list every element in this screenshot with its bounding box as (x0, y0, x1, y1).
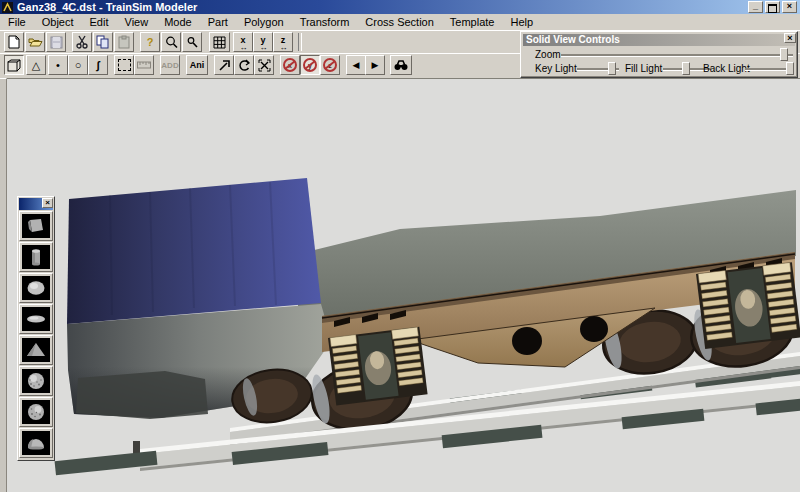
new-button[interactable] (4, 32, 24, 52)
title-bar: Ganz38_4C.dst - TrainSim Modeler _ × (0, 0, 800, 14)
spring-assembly-front-left (328, 327, 428, 406)
app-icon (2, 2, 13, 13)
curve-tool-button[interactable]: ∫ (88, 55, 108, 75)
lock-x-button[interactable]: x (280, 55, 300, 75)
solid-view-controls-panel: Solid View Controls × Zoom Key Light Fil… (520, 31, 798, 78)
menu-transform[interactable]: Transform (292, 14, 358, 30)
menu-file[interactable]: File (0, 14, 34, 30)
menu-bar: File Object Edit View Mode Part Polygon … (0, 14, 800, 30)
palette-textured-sphere-tool[interactable] (19, 366, 53, 396)
mirror-z-button[interactable]: z↔ (273, 32, 293, 52)
shape-palette: × (17, 196, 55, 461)
solid-view-controls-close-button[interactable]: × (784, 33, 796, 43)
menu-part[interactable]: Part (200, 14, 236, 30)
close-button[interactable]: × (782, 1, 797, 13)
help-button[interactable]: ? (140, 32, 160, 52)
cylinder-icon (24, 247, 48, 267)
no-x-icon: x (283, 58, 297, 72)
paste-button[interactable] (114, 32, 134, 52)
dock-strip (0, 78, 7, 492)
resize-diagonal-icon (258, 59, 271, 72)
next-part-button[interactable]: ▶ (365, 55, 385, 75)
save-disk-icon (50, 36, 63, 49)
palette-cone-tool[interactable] (19, 335, 53, 365)
prev-part-button[interactable]: ◀ (346, 55, 366, 75)
palette-textured-sphere2-tool[interactable] (19, 397, 53, 427)
zoom-slider-thumb[interactable] (780, 48, 788, 61)
grid-toggle-button[interactable] (209, 32, 230, 52)
zoom-slider-label: Zoom (535, 49, 561, 60)
open-folder-icon (28, 36, 43, 48)
no-z-icon: z (323, 58, 337, 72)
circle-icon: ○ (75, 59, 82, 71)
fill-light-slider-thumb[interactable] (682, 62, 690, 75)
restore-icon (768, 4, 777, 13)
restore-button[interactable] (765, 1, 780, 13)
open-button[interactable] (25, 32, 45, 52)
lock-y-button[interactable]: y (300, 55, 320, 75)
clipboard-icon (118, 35, 130, 49)
find-button[interactable] (390, 55, 412, 75)
menu-help[interactable]: Help (502, 14, 541, 30)
save-button[interactable] (46, 32, 66, 52)
triangle-tool-button[interactable]: △ (26, 55, 46, 75)
palette-cylinder-tool[interactable] (19, 242, 53, 272)
magnifier-small-icon (186, 36, 199, 49)
scissors-icon (76, 35, 88, 49)
mirror-x-button[interactable]: x↔ (233, 32, 253, 52)
curve-icon: ∫ (96, 59, 99, 71)
menu-object[interactable]: Object (34, 14, 82, 30)
animate-button[interactable]: Ani (186, 55, 208, 75)
palette-disc-tool[interactable] (19, 304, 53, 334)
menu-mode[interactable]: Mode (156, 14, 200, 30)
textured-sphere-icon (24, 371, 48, 391)
circle-tool-button[interactable]: ○ (68, 55, 88, 75)
point-tool-button[interactable]: • (48, 55, 68, 75)
menu-cross-section[interactable]: Cross Section (357, 14, 441, 30)
palette-sphere-tool[interactable] (19, 273, 53, 303)
back-light-slider-thumb[interactable] (786, 62, 794, 75)
box-outline-icon (7, 59, 21, 72)
magnifier-large-icon (165, 36, 178, 49)
palette-close-button[interactable]: × (42, 198, 53, 208)
binoculars-icon (394, 60, 408, 71)
back-light-slider-label: Back Light (703, 63, 750, 74)
selection-rect-icon (118, 59, 131, 71)
palette-dome-tool[interactable] (19, 428, 53, 458)
measure-button[interactable] (134, 55, 154, 75)
copy-icon (96, 35, 110, 49)
menu-polygon[interactable]: Polygon (236, 14, 292, 30)
key-light-slider-thumb[interactable] (608, 62, 616, 75)
sphere-icon (24, 278, 48, 298)
solid-view-controls-title[interactable]: Solid View Controls (523, 34, 795, 46)
lock-z-button[interactable]: z (320, 55, 340, 75)
3d-viewport[interactable]: × (7, 78, 800, 492)
cut-button[interactable] (72, 32, 92, 52)
point-icon: • (56, 59, 60, 71)
menu-template[interactable]: Template (442, 14, 503, 30)
menu-view[interactable]: View (117, 14, 157, 30)
zoom-in-button[interactable] (161, 32, 181, 52)
palette-title-bar[interactable]: × (19, 198, 53, 210)
move-tool-button[interactable] (214, 55, 234, 75)
mirror-y-button[interactable]: y↔ (253, 32, 273, 52)
spring-assembly-front-right (696, 262, 800, 349)
box-tool-button[interactable] (4, 55, 24, 75)
add-button[interactable]: ADD (160, 55, 180, 75)
help-icon: ? (147, 36, 154, 48)
disc-icon (24, 309, 48, 329)
rotate-tool-button[interactable] (234, 55, 254, 75)
select-rect-button[interactable] (114, 55, 134, 75)
fill-light-slider-label: Fill Light (625, 63, 662, 74)
zoom-slider[interactable] (561, 54, 793, 56)
textured-sphere-2-icon (24, 402, 48, 422)
zoom-out-button[interactable] (182, 32, 202, 52)
menu-edit[interactable]: Edit (82, 14, 117, 30)
back-light-slider[interactable] (745, 68, 793, 70)
minimize-button[interactable]: _ (748, 1, 763, 13)
copy-button[interactable] (93, 32, 113, 52)
palette-box-tool[interactable] (19, 211, 53, 241)
key-light-slider[interactable] (577, 68, 619, 70)
new-file-icon (8, 35, 20, 49)
scale-tool-button[interactable] (254, 55, 274, 75)
